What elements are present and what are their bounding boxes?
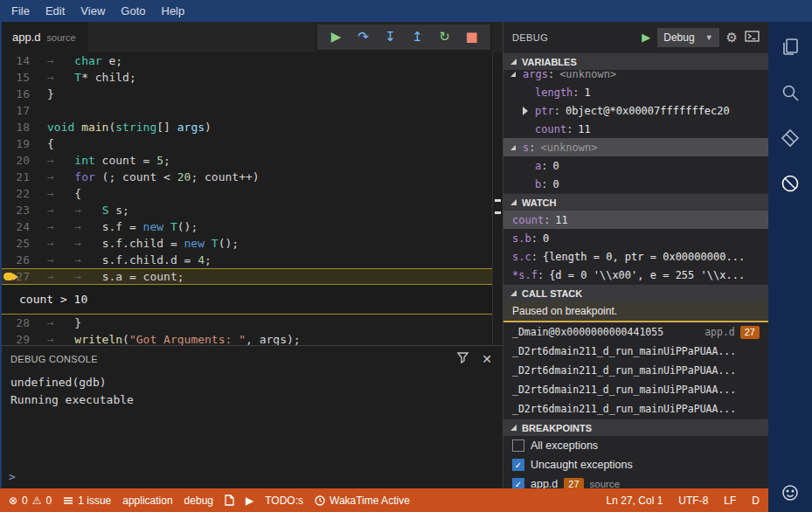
code-line[interactable]: 14→ char e; [0,52,492,69]
line-number[interactable]: 26 [0,252,42,268]
variables-section-header[interactable]: VARIABLES [503,52,768,70]
variable-row[interactable]: b:0 [503,175,768,193]
callstack-frame[interactable]: _Dmain@0x0000000000441055app.d27 [503,322,768,342]
tab-app-d[interactable]: app.d source [0,22,88,52]
checkbox[interactable]: ✓ [512,459,524,471]
code-line[interactable]: 18void main(string[] args) [0,119,492,135]
callstack-frame[interactable]: _D2rt6dmain211_d_run_mainUiPPaPUAA... [503,380,768,399]
watch-row[interactable]: count:11 [503,211,768,229]
line-number[interactable]: 28 [0,315,42,331]
code-line[interactable]: 25→ → s.f.child = new T(); [0,235,492,252]
menu-goto[interactable]: Goto [113,0,153,22]
code-line[interactable]: 21→ for (; count < 20; count++) [0,169,492,185]
code-line[interactable]: 16} [0,86,492,102]
package-icon[interactable] [777,125,803,151]
collapse-icon[interactable] [510,145,516,150]
breakpoint-item[interactable]: ✓app.d27source [503,474,768,488]
line-number[interactable]: 14 [0,52,42,69]
watch-row[interactable]: s.c:{length = 0, ptr = 0x00000000... [503,247,768,266]
tab-title: app.d [12,31,41,44]
wakatime-indicator[interactable]: WakaTime Active [315,495,410,507]
explorer-icon[interactable] [777,34,803,60]
variable-row[interactable]: length:1 [503,83,768,101]
variable-row[interactable]: s:<unknown> [503,138,768,156]
language-indicator[interactable]: D [752,495,760,507]
breakpoint-item[interactable]: ✓Uncaught exceptions [503,455,768,474]
callstack-frame[interactable]: _D2rt6dmain211_d_run_mainUiPPaPUAA... [503,342,768,361]
line-number[interactable]: 22 [0,185,42,202]
variable-row[interactable]: a:0 [503,156,768,175]
variable-row[interactable]: args:<unknown> [503,70,768,83]
code-line[interactable]: 20→ int count = 5; [0,152,492,169]
code-line[interactable]: 22→ { [0,185,492,202]
feedback-smiley-icon[interactable] [781,484,799,505]
line-number[interactable]: 24 [0,218,42,235]
menu-help[interactable]: Help [154,0,193,22]
breakpoint-indicator[interactable] [3,273,14,280]
code-line[interactable]: 19{ [0,135,492,152]
debug-console-toggle-icon[interactable] [745,30,760,45]
line-number[interactable]: 16 [0,86,42,102]
step-out-button[interactable]: ↥ [404,24,431,50]
line-number[interactable]: 20 [0,152,42,169]
restart-button[interactable]: ↻ [431,24,458,50]
breakpoint-item[interactable]: All exceptions [503,436,768,455]
start-debug-button[interactable]: ▶ [642,31,650,44]
watch-row[interactable]: s.b:0 [503,229,768,247]
stop-button[interactable]: ■ [458,24,485,50]
build-mode[interactable]: application [122,495,172,507]
callstack-frame[interactable]: _D2rt6dmain211_d_run_mainUiPPaPUAA... [503,361,768,380]
continue-button[interactable]: ▶ [323,24,350,50]
call-stack-section-header[interactable]: CALL STACK [503,284,768,301]
breakpoint-condition-widget[interactable]: count > 10 [0,285,492,315]
gear-icon[interactable]: ⚙ [726,30,738,45]
code-line[interactable]: 28→ } [0,315,492,331]
close-icon[interactable]: ✕ [482,353,492,365]
callstack-frame[interactable]: _D2rt6dmain211_d_run_mainUiPPaPUAA... [503,399,768,419]
line-number[interactable]: 15 [0,69,42,86]
code-line[interactable]: 27→ → s.a = count; [0,268,492,285]
menu-edit[interactable]: Edit [38,0,73,22]
file-action[interactable] [225,495,234,506]
line-number[interactable]: 21 [0,169,42,185]
code-line[interactable]: 15→ T* child; [0,69,492,86]
line-number[interactable]: 25 [0,235,42,252]
encoding-indicator[interactable]: UTF-8 [678,495,708,507]
line-number[interactable]: 17 [0,102,42,119]
console-prompt[interactable]: > [9,470,16,483]
collapse-icon[interactable] [510,72,516,77]
slashed-circle-icon[interactable] [777,170,803,197]
checkbox[interactable]: ✓ [512,478,524,488]
run-action[interactable]: ▶ [246,495,253,507]
code-line[interactable]: 17 [0,102,492,119]
breakpoints-section-header[interactable]: BREAKPOINTS [503,419,768,436]
window-edge [0,22,2,488]
watch-section-header[interactable]: WATCH [503,193,768,211]
issues-indicator[interactable]: 1 issue [63,495,111,507]
editor-scrollbar[interactable] [492,52,503,345]
code-line[interactable]: 24→ → s.f = new T(); [0,218,492,235]
checkbox[interactable] [512,439,524,452]
line-number[interactable]: 18 [0,119,42,135]
variable-row[interactable]: ptr:0bject@*0x00007fffffffec20 [503,101,768,120]
menu-file[interactable]: File [3,0,38,22]
code-line[interactable]: 23→ → S s; [0,202,492,218]
todos-indicator[interactable]: TODO:s [265,495,303,507]
watch-expression: s.c [512,251,531,263]
filter-icon[interactable] [456,351,469,367]
menu-view[interactable]: View [73,0,113,22]
line-number[interactable]: 23 [0,202,42,218]
build-target[interactable]: debug [184,495,213,507]
expand-icon[interactable] [523,107,528,115]
cursor-position[interactable]: Ln 27, Col 1 [607,495,663,507]
step-over-button[interactable]: ↷ [350,24,377,50]
variable-row[interactable]: count:11 [503,120,768,138]
problems-indicator[interactable]: ⊗ 0 ⚠ 0 [9,495,52,507]
step-into-button[interactable]: ↧ [377,24,404,50]
line-number[interactable]: 19 [0,135,42,152]
code-line[interactable]: 26→ → s.f.child.d = 4; [0,252,492,268]
watch-row[interactable]: *s.f:{d = 0 '\\x00', e = 255 '\\x... [503,266,768,284]
eol-indicator[interactable]: LF [724,495,736,507]
search-icon[interactable] [777,80,803,106]
debug-config-dropdown[interactable]: Debug ▼ [657,28,718,47]
